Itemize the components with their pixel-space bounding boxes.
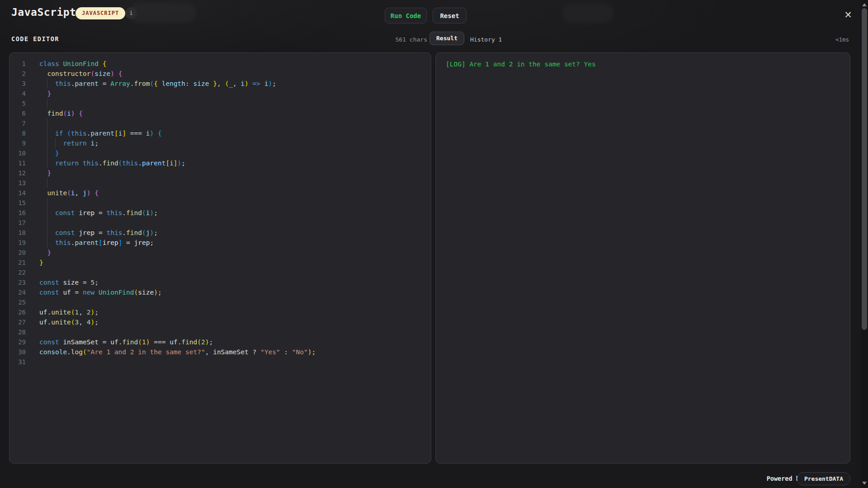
code-text: constructor(size) { <box>39 69 431 79</box>
code-editor-modal: JavaScript JAVASCRIPT i Run Code Reset ✕… <box>0 0 868 488</box>
line-number: 27 <box>9 317 26 327</box>
code-line[interactable]: 3 this.parent = Array.from({ length: siz… <box>9 79 431 89</box>
code-text <box>39 198 431 208</box>
line-number: 16 <box>9 208 26 218</box>
code-text <box>39 118 431 128</box>
indent-guide <box>47 238 47 248</box>
code-line[interactable]: 22 <box>9 267 431 277</box>
tab-history[interactable]: History 1 <box>470 36 502 43</box>
code-text: } <box>39 148 431 158</box>
code-line[interactable]: 16 const irep = this.find(i); <box>9 208 431 218</box>
code-line[interactable]: 17 <box>9 218 431 228</box>
code-line[interactable]: 30console.log("Are 1 and 2 in the same s… <box>9 347 431 357</box>
tab-result[interactable]: Result <box>429 32 464 45</box>
line-number: 31 <box>9 357 26 367</box>
code-line[interactable]: 11 return this.find(this.parent[i]); <box>9 158 431 168</box>
code-line[interactable]: 7 <box>9 118 431 128</box>
code-line[interactable]: 31 <box>9 357 431 367</box>
code-line[interactable]: 5 <box>9 99 431 108</box>
code-text: class UnionFind { <box>39 59 431 69</box>
line-number: 1 <box>9 59 26 69</box>
char-count: 561 chars <box>396 36 427 43</box>
code-line[interactable]: 28 <box>9 327 431 337</box>
indent-guide <box>47 128 47 138</box>
code-lines: 1class UnionFind {2 constructor(size) {3… <box>9 59 431 367</box>
code-line[interactable]: 2 constructor(size) { <box>9 69 431 79</box>
code-text: return this.find(this.parent[i]); <box>39 158 431 168</box>
code-line[interactable]: 23const size = 5; <box>9 277 431 287</box>
scrollbar-thumb[interactable] <box>862 8 867 330</box>
code-line[interactable]: 24const uf = new UnionFind(size); <box>9 287 431 297</box>
line-number: 4 <box>9 89 26 99</box>
code-text: console.log("Are 1 and 2 in the same set… <box>39 347 431 357</box>
line-number: 12 <box>9 168 26 178</box>
code-line[interactable]: 9 return i; <box>9 138 431 148</box>
code-text: uf.unite(3, 4); <box>39 317 431 327</box>
code-line[interactable]: 10 } <box>9 148 431 158</box>
code-line[interactable]: 1class UnionFind { <box>9 59 431 69</box>
code-line[interactable]: 15 <box>9 198 431 208</box>
code-line[interactable]: 21} <box>9 258 431 267</box>
scroll-up-arrow-icon[interactable] <box>862 3 867 6</box>
code-text: this.parent[irep] = jrep; <box>39 238 431 248</box>
code-line[interactable]: 12 } <box>9 168 431 178</box>
line-number: 30 <box>9 347 26 357</box>
reset-button[interactable]: Reset <box>433 8 467 23</box>
code-line[interactable]: 27uf.unite(3, 4); <box>9 317 431 327</box>
code-line[interactable]: 14 unite(i, j) { <box>9 188 431 198</box>
code-text: find(i) { <box>39 108 431 118</box>
page-title: JavaScript <box>11 6 76 18</box>
code-editor-label: CODE EDITOR <box>11 35 59 42</box>
indent-guide <box>47 178 47 188</box>
code-text <box>39 178 431 188</box>
indent-guide <box>55 138 56 148</box>
code-text: } <box>39 248 431 258</box>
line-number: 13 <box>9 178 26 188</box>
background-blob <box>129 3 197 23</box>
code-text: const irep = this.find(i); <box>39 208 431 218</box>
code-text: uf.unite(1, 2); <box>39 307 431 317</box>
line-number: 20 <box>9 248 26 258</box>
execution-time: <1ms <box>835 36 849 43</box>
indent-guide <box>47 198 47 208</box>
line-number: 8 <box>9 128 26 138</box>
code-line[interactable]: 4 } <box>9 89 431 99</box>
code-line[interactable]: 8 if (this.parent[i] === i) { <box>9 128 431 138</box>
line-number: 17 <box>9 218 26 228</box>
code-line[interactable]: 29const inSameSet = uf.find(1) === uf.fi… <box>9 337 431 347</box>
indent-guide <box>47 208 47 218</box>
line-number: 6 <box>9 108 26 118</box>
code-text <box>39 267 431 277</box>
code-text: const size = 5; <box>39 277 431 287</box>
close-icon[interactable]: ✕ <box>840 5 856 22</box>
code-line[interactable]: 6 find(i) { <box>9 108 431 118</box>
line-number: 2 <box>9 69 26 79</box>
info-icon[interactable]: i <box>125 7 137 19</box>
code-line[interactable]: 13 <box>9 178 431 188</box>
scroll-down-arrow-icon[interactable] <box>862 482 867 485</box>
code-text: } <box>39 168 431 178</box>
code-text: const jrep = this.find(j); <box>39 228 431 238</box>
code-text <box>39 357 431 367</box>
line-number: 5 <box>9 99 26 108</box>
code-line[interactable]: 20 } <box>9 248 431 258</box>
brand-badge[interactable]: PresentDATA <box>797 472 850 485</box>
console-log-entry: [LOG] Are 1 and 2 in the same set? Yes <box>446 59 840 69</box>
code-text: return i; <box>39 138 431 148</box>
code-text <box>39 99 431 108</box>
indent-guide <box>47 118 47 128</box>
result-panel[interactable]: [LOG] Are 1 and 2 in the same set? Yes <box>435 52 850 464</box>
run-code-button[interactable]: Run Code <box>385 8 427 23</box>
line-number: 26 <box>9 307 26 317</box>
code-line[interactable]: 19 this.parent[irep] = jrep; <box>9 238 431 248</box>
code-text <box>39 297 431 307</box>
line-number: 29 <box>9 337 26 347</box>
code-text: unite(i, j) { <box>39 188 431 198</box>
code-line[interactable]: 26uf.unite(1, 2); <box>9 307 431 317</box>
code-line[interactable]: 18 const jrep = this.find(j); <box>9 228 431 238</box>
line-number: 25 <box>9 297 26 307</box>
indent-guide <box>47 218 47 228</box>
code-line[interactable]: 25 <box>9 297 431 307</box>
code-editor-panel[interactable]: 1class UnionFind {2 constructor(size) {3… <box>9 52 431 464</box>
line-number: 24 <box>9 287 26 297</box>
